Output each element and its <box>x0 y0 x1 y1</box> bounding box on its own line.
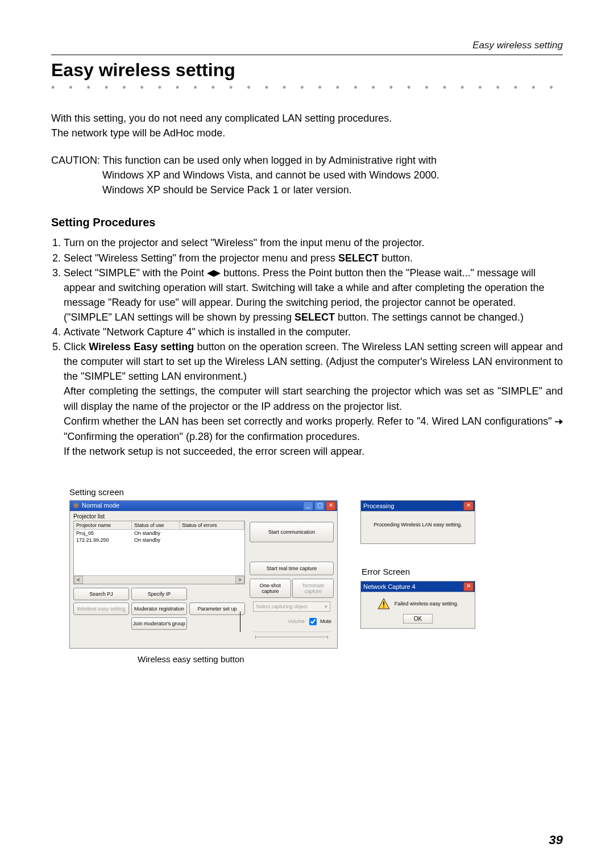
col-status-use[interactable]: Status of use <box>132 521 180 529</box>
page-title: Easy wireless setting <box>51 60 563 81</box>
caution-line-3: Windows XP should be Service Pack 1 or l… <box>51 182 563 197</box>
table-row[interactable]: Proj_05 On standby <box>74 530 244 537</box>
processing-title: Processing <box>363 502 394 509</box>
svg-marker-1 <box>214 270 221 277</box>
col-projector-name[interactable]: Projector name <box>74 521 132 529</box>
subheading: Setting Procedures <box>51 214 563 231</box>
step-2: Select "Wireless Setting" from the proje… <box>64 251 563 265</box>
procedure-steps: Turn on the projector and select "Wirele… <box>51 235 563 458</box>
select-capturing-object[interactable]: Select capturing object▾ <box>253 601 330 612</box>
step-1-text: Turn on the projector and select "Wirele… <box>64 237 424 248</box>
step-5-text-d: After completing the settings, the compu… <box>64 385 563 412</box>
step-4-text: Activate "Network Capture 4" which is in… <box>64 326 351 338</box>
volume-label: Volume <box>288 618 305 624</box>
minimize-button[interactable]: _ <box>303 501 313 510</box>
caution-block: CAUTION: This function can be used only … <box>51 153 563 197</box>
step-1: Turn on the projector and select "Wirele… <box>64 235 563 250</box>
processing-titlebar: Processing ✕ <box>361 501 475 511</box>
processing-close-button[interactable]: ✕ <box>463 501 474 510</box>
caution-line-1: CAUTION: This function can be used only … <box>51 153 563 168</box>
step-5: Click Wireless Easy setting button on th… <box>64 339 563 459</box>
step-5-text-f: "Confirming the operation" (p.28) for th… <box>64 431 360 442</box>
horizontal-scrollbar[interactable]: <> <box>74 575 244 584</box>
page-number: 39 <box>549 833 563 848</box>
top-rule <box>51 55 563 55</box>
intro-line-1: With this setting, you do not need any c… <box>51 113 392 124</box>
error-titlebar: Network Capture 4 ✕ <box>361 582 475 592</box>
projector-list-table[interactable]: Projector name Status of use Status of e… <box>73 521 245 584</box>
setting-window-title: 🔅 Normal mode <box>72 502 119 509</box>
search-pj-button[interactable]: Search PJ <box>73 588 129 600</box>
start-realtime-capture-button[interactable]: Start real time capture <box>250 562 334 575</box>
volume-slider[interactable] <box>253 632 330 641</box>
cell: Proj_05 <box>74 530 132 537</box>
step-5-text-e: Confirm whether the LAN has been set cor… <box>64 416 555 427</box>
setting-window: 🔅 Normal mode _ ▢ ✕ Projector list Proje… <box>69 500 338 649</box>
step-3-text-d: button. The settings cannot be changed.) <box>335 312 524 323</box>
parameter-setup-button[interactable]: Parameter set up <box>189 603 245 615</box>
error-ok-button[interactable]: OK <box>403 614 433 624</box>
step-4: Activate "Network Capture 4" which is in… <box>64 325 563 339</box>
step-3-text-a: Select "SIMPLE" with the Point <box>64 267 207 279</box>
right-arrow-icon <box>555 414 563 429</box>
cell: 172.21.99.250 <box>74 537 132 543</box>
warning-icon <box>377 598 390 609</box>
error-screen-heading: Error Screen <box>362 567 480 576</box>
error-window: Network Capture 4 ✕ Failed wireless easy… <box>360 581 475 629</box>
projector-list-label: Projector list <box>70 511 337 520</box>
callout-label: Wireless easy setting button <box>138 654 338 664</box>
cell: On standby <box>132 537 180 543</box>
join-moderator-group-button[interactable]: Join moderator's group <box>131 617 187 630</box>
error-title: Network Capture 4 <box>363 583 416 590</box>
maximize-button[interactable]: ▢ <box>314 501 325 510</box>
processing-message: Proceeding Wireless LAN easy setting. <box>361 511 475 543</box>
start-communication-button[interactable]: Start communication <box>250 522 334 542</box>
decorative-dots: • • • • • • • • • • • • • • • • • • • • … <box>51 82 563 94</box>
intro-paragraph: With this setting, you do not need any c… <box>51 111 563 140</box>
intro-line-2: The network type will be AdHoc mode. <box>51 127 225 139</box>
svg-rect-6 <box>383 606 384 607</box>
svg-marker-3 <box>559 419 563 425</box>
caution-line-2: Windows XP and Windows Vista, and cannot… <box>51 168 563 182</box>
svg-rect-5 <box>383 601 384 605</box>
mute-checkbox[interactable]: Mute <box>307 616 331 627</box>
col-status-errors[interactable]: Status of errors <box>180 521 244 529</box>
step-5-bold: Wireless Easy setting <box>89 341 194 352</box>
processing-window: Processing ✕ Proceeding Wireless LAN eas… <box>360 500 475 544</box>
moderator-registration-button[interactable]: Moderator registration <box>131 603 187 615</box>
terminate-capture-button[interactable]: Terminate capture <box>292 579 334 598</box>
step-2-text-a: Select "Wireless Setting" from the proje… <box>64 252 338 264</box>
point-left-right-icon <box>207 269 221 277</box>
svg-marker-0 <box>207 270 214 277</box>
step-3-bold: SELECT <box>294 312 335 323</box>
step-5-text-a: Click <box>64 341 89 352</box>
error-message: Failed wireless easy setting. <box>395 601 459 607</box>
running-head: Easy wireless setting <box>51 40 563 51</box>
error-close-button[interactable]: ✕ <box>463 582 474 591</box>
wireless-easy-setting-button[interactable]: Wireless easy setting <box>73 603 129 615</box>
specify-ip-button[interactable]: Specify IP <box>131 588 187 600</box>
step-2-bold: SELECT <box>338 252 379 264</box>
setting-window-titlebar: 🔅 Normal mode _ ▢ ✕ <box>70 501 337 511</box>
step-3: Select "SIMPLE" with the Point buttons. … <box>64 265 563 325</box>
cell: On standby <box>132 530 180 537</box>
step-5-text-g: If the network setup is not succeeded, t… <box>64 446 364 457</box>
setting-screen-caption: Setting screen <box>69 487 563 497</box>
close-button[interactable]: ✕ <box>326 501 336 510</box>
one-shot-capture-button[interactable]: One-shot capture <box>250 579 291 598</box>
callout-line <box>240 612 240 632</box>
step-2-text-c: button. <box>379 252 413 264</box>
table-row[interactable]: 172.21.99.250 On standby <box>74 537 244 543</box>
